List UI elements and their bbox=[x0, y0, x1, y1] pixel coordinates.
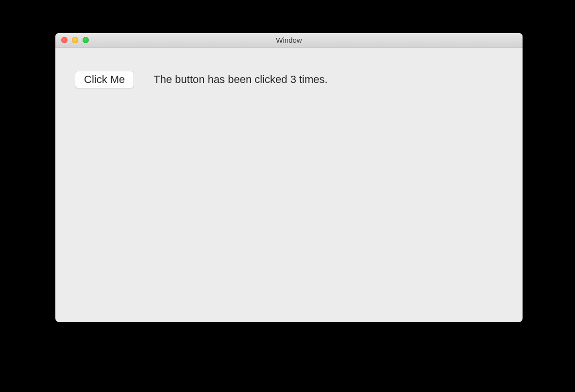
close-icon[interactable] bbox=[61, 37, 68, 43]
titlebar[interactable]: Window bbox=[55, 33, 523, 48]
minimize-icon[interactable] bbox=[72, 37, 78, 43]
window-title: Window bbox=[55, 36, 523, 44]
click-me-button[interactable]: Click Me bbox=[75, 71, 134, 88]
window-content: Click Me The button has been clicked 3 t… bbox=[55, 48, 523, 112]
zoom-icon[interactable] bbox=[83, 37, 89, 43]
traffic-lights bbox=[55, 37, 89, 43]
click-count-label: The button has been clicked 3 times. bbox=[153, 73, 327, 86]
app-window: Window Click Me The button has been clic… bbox=[55, 33, 523, 322]
